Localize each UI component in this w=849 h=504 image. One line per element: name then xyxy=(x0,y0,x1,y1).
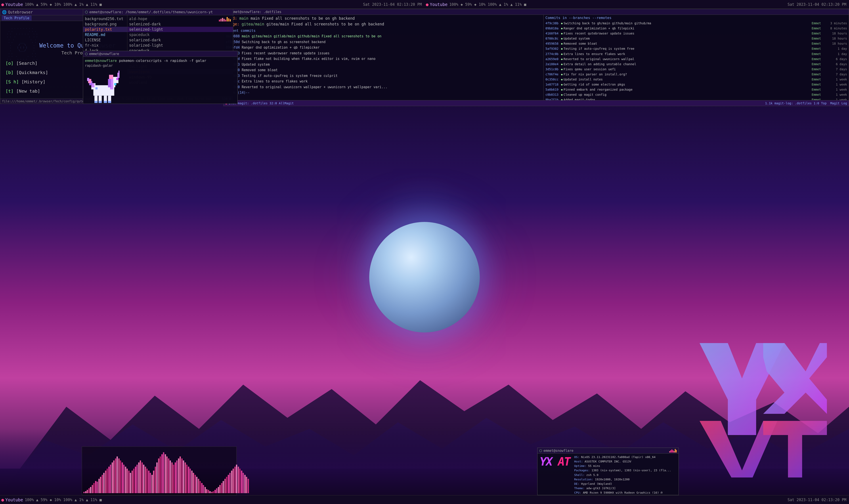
fb-cs-selenized-light[interactable]: selenized-light xyxy=(127,27,233,32)
vis-bar-48 xyxy=(163,452,164,493)
vis-bar-41 xyxy=(151,475,153,493)
fb-cs-spaceduck[interactable]: spaceduck xyxy=(127,32,233,37)
taskbar-left-stats: 100% ▲ 59% ◆ 10% 100% ▲ 1% ▲ 11% ■ xyxy=(25,2,102,7)
qute-tab-active[interactable]: Tech Profile xyxy=(2,16,32,21)
git-commit-row-2: 8906fd4 Ranger dnd optimization + qb fil… xyxy=(226,45,541,51)
git-commit-row-9: a2659e0 Reverted to original uwunicorn w… xyxy=(226,85,541,90)
vis-bar-20 xyxy=(116,456,118,493)
rc-hash-2: 4160f64 xyxy=(545,31,561,36)
msg-6: Removed some bloat xyxy=(242,68,278,72)
git-titlebar: ⬡ emmet@snowflare: .dotfiles xyxy=(223,9,849,15)
rc-bullet-12: ◆ xyxy=(561,82,564,87)
svg-rect-25 xyxy=(114,83,116,85)
vis-bar-37 xyxy=(145,467,146,493)
rc-time-4: 18 hours xyxy=(827,41,847,46)
rc-time-5: 1 day xyxy=(827,46,847,51)
fb-nav-frnix[interactable]: fr-nix xyxy=(83,43,127,48)
rc-bullet-3: ◆ xyxy=(561,36,564,41)
git-merge-msg: gitea/main Fixed all screenshots to be o… xyxy=(267,22,384,26)
fb-cs-selenized-dark[interactable]: selenized-dark xyxy=(127,21,233,27)
panel-pokemon-term: ⬡ emmet@snowflare emmet@snowflare pokemo… xyxy=(83,51,238,104)
neo-cpu-val: AMD Ryzen 9 5900HX with Radeon Graphics … xyxy=(583,491,663,493)
rc-bullet-13: ◆ xyxy=(561,87,564,92)
vis-bar-67 xyxy=(195,475,196,493)
vis-bar-86 xyxy=(226,477,227,493)
vis-bar-80 xyxy=(216,488,217,493)
neo-shell-key: Shell: xyxy=(574,473,586,476)
vis-bar-94 xyxy=(239,469,240,493)
panel-git: ⬡ emmet@snowflare: .dotfiles Head: main … xyxy=(223,9,849,106)
vis-bar-36 xyxy=(143,465,144,493)
neo-os-val: NixOS 23.11.20231102.fa808ad (Tapir) x86… xyxy=(581,455,655,459)
neo-packages: Packages: 1303 (nix-system), 1303 (nix-u… xyxy=(574,468,677,473)
fb-nav-background256[interactable]: background256.txt xyxy=(83,16,127,21)
fb-cs-sol-dark[interactable]: solarized-dark xyxy=(127,37,233,43)
git-magit-bar: ● 1.0k magit: .dotfiles 32:0 All Magit 1… xyxy=(223,100,849,106)
rc-hash-9: 3d51c0b xyxy=(545,67,561,72)
vis-bar-16 xyxy=(110,465,111,493)
neo-os: OS: NixOS 23.11.20231102.fa808ad (Tapir)… xyxy=(574,455,677,460)
pokemon-titlebar: ⬡ emmet@snowflare xyxy=(83,51,237,57)
rc-msg-4: Removed some bloat xyxy=(564,41,812,46)
neo-theme-val: adw-gtk3 [GTK2/3] xyxy=(586,487,616,490)
rc-hash-10: c706f4e xyxy=(545,72,561,77)
rc-time-7: 6 days xyxy=(827,57,847,62)
qute-title-icon: 🌐 xyxy=(2,10,7,14)
neo-uptime-val: 55 mins xyxy=(588,464,600,468)
taskbar-bottom-left-appname: Youtube xyxy=(5,497,23,502)
svg-marker-28 xyxy=(763,343,827,414)
vis-bar-78 xyxy=(213,491,214,493)
rc-row-9: 3d51c0b◆Fixes qemu user session uefiEmme… xyxy=(545,67,847,72)
fb-cs-sol-light[interactable]: solarized-light xyxy=(127,43,233,48)
rc-bullet-8: ◆ xyxy=(561,62,564,67)
vis-bar-55 xyxy=(175,463,176,493)
vis-bar-84 xyxy=(223,481,224,493)
msg-7: Testing if auto-cpufreq is system freeze… xyxy=(242,74,337,78)
vis-bar-59 xyxy=(181,458,183,493)
rc-row-6: 2774c0b◆Extra lines to ensure flakes wor… xyxy=(545,52,847,57)
vis-bar-6 xyxy=(93,483,95,493)
neofetch-title: emmet@snowflare xyxy=(543,449,573,453)
git-recent-header: Recent commits xyxy=(226,29,541,33)
git-commit-list-left: dec0888 main gitea/main gitlab/main gith… xyxy=(226,34,541,101)
rc-msg-2: Fixes recent qutebrowser update issues xyxy=(564,31,812,36)
rc-hash-5: 5af9302 xyxy=(545,46,561,51)
neo-pkg-key: Packages: xyxy=(574,469,592,472)
vis-bar-39 xyxy=(148,471,149,493)
rc-row-2: 4160f64◆Fixes recent qutebrowser update … xyxy=(545,31,847,36)
svg-rect-19 xyxy=(108,79,111,87)
fb-nav-backgroundpng[interactable]: background.png xyxy=(83,21,127,27)
rc-hash-14: c0b0313 xyxy=(545,92,561,97)
vis-bar-93 xyxy=(238,467,239,493)
rc-bullet-0: ◆ xyxy=(561,21,564,26)
vis-bar-87 xyxy=(228,475,229,493)
rc-hash-1: 09b010a xyxy=(545,26,561,31)
git-commit-row-5: 8bd2003 Updated system xyxy=(226,62,541,68)
fb-cs-aladnope[interactable]: ald-hope xyxy=(127,16,233,21)
fb-nav-polarity[interactable]: polarity.txt xyxy=(83,27,127,32)
vis-bar-1 xyxy=(85,491,87,493)
vis-bar-9 xyxy=(98,479,100,493)
vis-bar-27 xyxy=(128,471,130,493)
vis-bar-15 xyxy=(108,467,110,493)
neo-de-val: Hyprland (Wayland) xyxy=(581,482,612,485)
msg-8: Extra lines to ensure flakes work xyxy=(242,79,308,83)
rc-msg-1: Ranger dnd optimization + qb filepicki xyxy=(564,26,812,31)
vis-bar-66 xyxy=(193,473,194,493)
fb-nav-readme[interactable]: README.md xyxy=(83,32,127,37)
svg-marker-30 xyxy=(763,421,827,478)
taskbar-right-time: Sat 2023-11-04 02:13:20 PM xyxy=(788,2,849,7)
rc-auth-13: Emmet xyxy=(812,87,827,92)
vis-bar-92 xyxy=(236,465,237,493)
vis-bar-81 xyxy=(218,487,219,493)
taskbar-left-dot: ● xyxy=(1,2,4,7)
vis-bar-88 xyxy=(229,473,231,493)
neo-de: DE: Hyprland (Wayland) xyxy=(574,482,677,486)
moon xyxy=(369,222,480,332)
taskbar-bottom-right: Sat 2023-11-04 02:13:20 PM xyxy=(424,495,849,504)
fb-nav-license[interactable]: LICENSE xyxy=(83,37,127,43)
neofetch-icon: ⬡ xyxy=(539,449,542,453)
rc-bullet-2: ◆ xyxy=(561,31,564,36)
taskbar-bottom-left-stats: 100% ▲ 59% ◆ 10% 100% ▲ 1% ▲ 11% ■ xyxy=(25,498,102,502)
taskbar-left-appname: Youtube xyxy=(5,2,23,7)
